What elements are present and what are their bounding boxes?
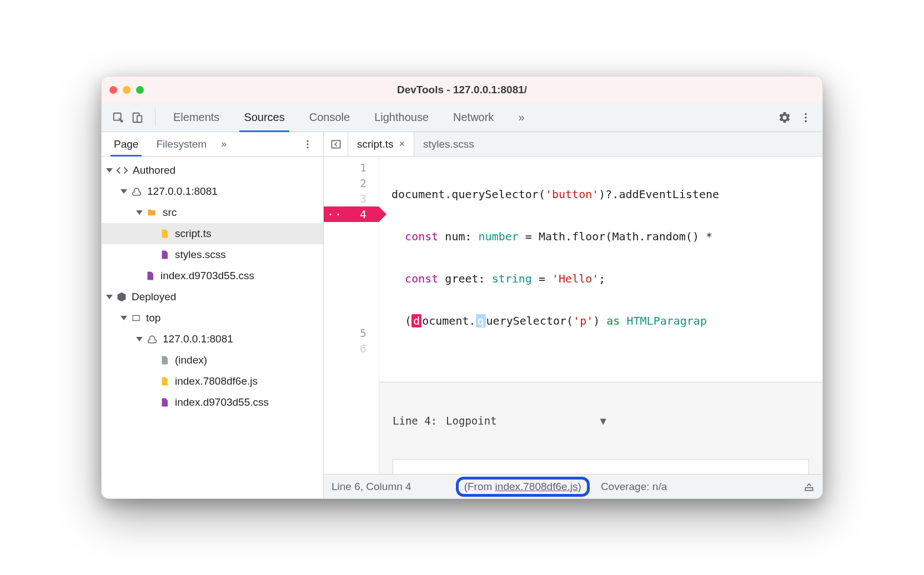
source-map-from[interactable]: (From index.7808df6e.js) — [456, 477, 590, 497]
tab-network[interactable]: Network — [441, 103, 506, 132]
tree-file-script-ts[interactable]: script.ts — [102, 223, 323, 244]
svg-point-6 — [307, 140, 308, 142]
tree-label: styles.scss — [175, 249, 226, 261]
tree-host-authored[interactable]: 127.0.0.1:8081 — [102, 181, 323, 202]
svg-point-4 — [805, 117, 807, 119]
svg-rect-10 — [332, 140, 340, 148]
tree-label: script.ts — [175, 228, 211, 240]
editor-pane: script.ts × styles.scss 1 2 3 ··4 5 6 — [324, 132, 822, 498]
main-tabs: Elements Sources Console Lighthouse Netw… — [102, 103, 822, 132]
svg-rect-2 — [137, 115, 142, 122]
navigator-tabs-overflow[interactable]: » — [215, 132, 232, 156]
editor-tab-label: styles.scss — [423, 138, 474, 150]
tree-file-index-css2[interactable]: index.d9703d55.css — [102, 392, 323, 413]
tab-sources[interactable]: Sources — [232, 103, 297, 132]
inspect-element-icon[interactable] — [111, 110, 126, 125]
code-content[interactable]: document.querySelector('button')?.addEve… — [379, 157, 822, 474]
svg-rect-11 — [805, 487, 812, 490]
navigator-tabs: Page Filesystem » — [102, 132, 323, 157]
file-tree: Authored 127.0.0.1:8081 src script.ts — [102, 157, 323, 498]
tree-frame-top[interactable]: top — [102, 307, 323, 329]
tree-label: index.d9703d55.css — [175, 396, 269, 408]
gutter-line[interactable]: 3 — [324, 191, 379, 206]
svg-point-3 — [805, 113, 807, 115]
tree-label: index.d9703d55.css — [160, 270, 254, 282]
gutter-line-breakpoint[interactable]: ··4 — [324, 206, 379, 222]
devtools-window: DevTools - 127.0.0.1:8081/ Elements Sour… — [101, 76, 823, 499]
svg-rect-9 — [133, 315, 139, 320]
tree-group-authored[interactable]: Authored — [102, 160, 323, 181]
tree-label: Deployed — [132, 291, 176, 303]
navigator-tab-filesystem[interactable]: Filesystem — [147, 132, 215, 156]
tab-lighthouse[interactable]: Lighthouse — [362, 103, 441, 132]
svg-point-7 — [307, 143, 308, 145]
editor-tab-label: script.ts — [357, 138, 393, 150]
navigator-more-icon[interactable] — [295, 132, 320, 156]
tree-folder-src[interactable]: src — [102, 202, 323, 223]
editor-tabs: script.ts × styles.scss — [324, 132, 822, 157]
tree-file-index-css[interactable]: index.d9703d55.css — [102, 265, 323, 286]
tree-label: (index) — [175, 354, 207, 366]
logpoint-expression-input[interactable]: "Your number is ", e — [393, 459, 809, 474]
tree-file-index-js[interactable]: index.7808df6e.js — [102, 371, 323, 392]
logpoint-panel: Line 4: Logpoint ▼ "Your number is ", e … — [379, 382, 822, 474]
tab-console[interactable]: Console — [297, 103, 362, 132]
gutter-line[interactable]: 5 — [324, 325, 379, 341]
gutter[interactable]: 1 2 3 ··4 5 6 — [324, 157, 379, 474]
tree-group-deployed[interactable]: Deployed — [102, 286, 323, 307]
logpoint-type-dropdown[interactable]: Logpoint — [446, 415, 497, 427]
tree-label: Authored — [133, 164, 175, 176]
tree-label: top — [146, 312, 160, 324]
settings-gear-icon[interactable] — [777, 110, 792, 125]
titlebar: DevTools - 127.0.0.1:8081/ — [102, 77, 822, 103]
window-title: DevTools - 127.0.0.1:8081/ — [102, 84, 822, 96]
navigator-tab-page[interactable]: Page — [105, 132, 147, 156]
code-area[interactable]: 1 2 3 ··4 5 6 document.querySelector('bu… — [324, 157, 822, 474]
gutter-line[interactable]: 2 — [324, 175, 379, 191]
coverage-status: Coverage: n/a — [601, 481, 667, 493]
tree-label: 127.0.0.1:8081 — [147, 185, 218, 198]
logpoint-line-label: Line 4: — [393, 415, 437, 427]
device-toolbar-icon[interactable] — [129, 110, 145, 125]
chevron-down-icon[interactable]: ▼ — [600, 415, 606, 427]
tree-file-styles-scss[interactable]: styles.scss — [102, 244, 323, 265]
gutter-line[interactable]: 6 — [324, 341, 379, 356]
more-vert-icon[interactable] — [798, 110, 813, 125]
close-tab-icon[interactable]: × — [399, 138, 405, 150]
editor-tab-script-ts[interactable]: script.ts × — [348, 132, 414, 156]
gutter-line[interactable]: 1 — [324, 160, 379, 175]
cursor-position: Line 6, Column 4 — [332, 481, 411, 493]
status-bar: Line 6, Column 4 (From index.7808df6e.js… — [324, 474, 822, 498]
tree-label: src — [163, 206, 177, 219]
tabs-overflow[interactable]: » — [506, 103, 536, 132]
navigator-sidebar: Page Filesystem » Authored 127.0.0.1:808… — [102, 132, 324, 498]
content: Page Filesystem » Authored 127.0.0.1:808… — [102, 132, 822, 498]
svg-point-8 — [307, 147, 308, 148]
svg-point-5 — [805, 120, 807, 122]
editor-nav-icon[interactable] — [324, 132, 348, 156]
drawer-toggle-icon[interactable] — [804, 481, 815, 492]
tree-file-index[interactable]: (index) — [102, 350, 323, 371]
tab-elements[interactable]: Elements — [161, 103, 232, 132]
tree-label: index.7808df6e.js — [175, 375, 258, 387]
tree-label: 127.0.0.1:8081 — [163, 333, 233, 345]
editor-tab-styles-scss[interactable]: styles.scss — [414, 132, 483, 156]
tree-host-deployed[interactable]: 127.0.0.1:8081 — [102, 329, 323, 350]
